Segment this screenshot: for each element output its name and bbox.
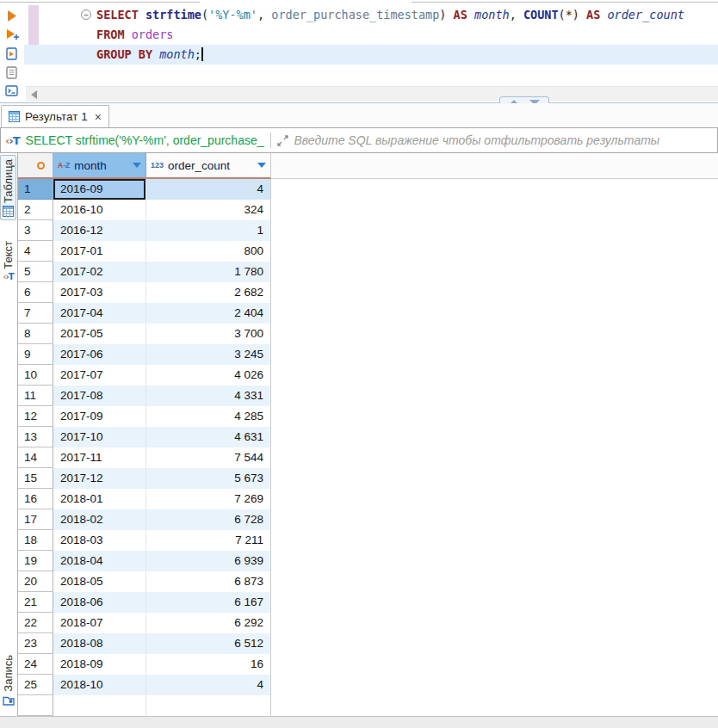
cell-month[interactable]: 2017-12 <box>53 468 146 489</box>
cell-order-count[interactable]: 2 682 <box>146 282 271 303</box>
cell-order-count[interactable]: 1 <box>146 220 271 241</box>
table-row[interactable]: 72017-042 404 <box>17 303 718 324</box>
row-number[interactable]: 4 <box>17 241 53 262</box>
table-row[interactable]: 172018-026 728 <box>17 509 718 530</box>
table-row[interactable]: 192018-046 939 <box>17 551 718 571</box>
table-row[interactable]: 42017-01800 <box>17 241 718 262</box>
filter-placeholder[interactable]: Введите SQL выражение чтобы отфильтроват… <box>294 133 660 147</box>
table-row[interactable]: 252018-104 <box>17 675 718 695</box>
cell-month[interactable]: 2017-09 <box>53 406 146 427</box>
tab-close-icon[interactable]: × <box>95 110 102 124</box>
row-number[interactable]: 23 <box>17 633 53 654</box>
table-row[interactable]: 12016-094 <box>17 179 718 200</box>
cell-month[interactable]: 2018-08 <box>53 633 146 654</box>
table-row[interactable]: 102017-074 026 <box>17 365 718 386</box>
cell-month[interactable]: 2018-09 <box>53 654 146 675</box>
column-filter-dropdown-icon[interactable] <box>257 163 266 168</box>
cell-order-count[interactable]: 6 512 <box>146 633 271 654</box>
row-number[interactable]: 10 <box>17 365 53 386</box>
cell-month[interactable]: 2018-03 <box>53 530 146 551</box>
row-number[interactable]: 22 <box>17 613 53 633</box>
row-number[interactable]: 7 <box>17 303 53 324</box>
cell-month[interactable]: 2017-02 <box>53 262 146 282</box>
editor-hscrollbar[interactable] <box>26 86 718 102</box>
table-row[interactable]: 92017-063 245 <box>17 344 718 365</box>
cell-order-count[interactable]: 7 211 <box>146 530 271 551</box>
cell-month[interactable]: 2018-05 <box>53 571 146 592</box>
cell-month[interactable]: 2018-10 <box>53 675 146 695</box>
cell-order-count[interactable]: 3 245 <box>146 344 271 365</box>
column-filter-dropdown-icon[interactable] <box>133 163 141 168</box>
fold-collapse-icon[interactable]: – <box>81 9 91 20</box>
row-number[interactable]: 15 <box>17 468 53 489</box>
row-number[interactable]: 19 <box>17 551 53 571</box>
row-number[interactable]: 20 <box>17 571 53 592</box>
tab-text-view[interactable]: Текст ‹›T <box>0 241 16 281</box>
sql-code[interactable]: –SELECT strftime('%Y-%m', order_purchase… <box>24 5 718 65</box>
cell-month[interactable]: 2018-07 <box>53 613 146 633</box>
cell-month[interactable]: 2016-12 <box>53 220 146 241</box>
cell-order-count[interactable]: 6 167 <box>146 592 271 613</box>
cell-month[interactable]: 2017-04 <box>53 303 146 324</box>
table-row[interactable]: 52017-021 780 <box>17 262 718 282</box>
cell-month[interactable]: 2018-02 <box>53 509 146 530</box>
cell-month[interactable]: 2017-07 <box>53 365 146 386</box>
row-number[interactable]: 14 <box>17 447 53 468</box>
expand-filter-icon[interactable] <box>277 135 288 146</box>
row-number[interactable]: 13 <box>17 427 53 447</box>
row-number[interactable]: 8 <box>17 324 53 344</box>
cell-order-count[interactable]: 6 873 <box>146 571 271 592</box>
sql-console-icon[interactable] <box>4 83 19 98</box>
row-number[interactable]: 1 <box>17 179 53 200</box>
row-number[interactable]: 16 <box>17 489 53 509</box>
results-filter-bar[interactable]: ‹›T SELECT strftime('%Y-%m', order_purch… <box>0 127 718 153</box>
table-row[interactable]: 32016-121 <box>17 220 718 241</box>
cell-month[interactable]: 2017-01 <box>53 241 146 262</box>
cell-order-count[interactable]: 4 285 <box>146 406 271 427</box>
cell-order-count[interactable]: 16 <box>146 654 271 675</box>
table-row[interactable]: 162018-017 269 <box>17 489 718 509</box>
table-row[interactable]: 142017-117 544 <box>17 447 718 468</box>
row-number[interactable]: 6 <box>17 282 53 303</box>
cell-order-count[interactable]: 4 631 <box>146 427 271 447</box>
table-row[interactable]: 212018-066 167 <box>17 592 718 613</box>
tab-result-1[interactable]: Результат 1 × <box>1 105 109 127</box>
cell-month[interactable]: 2017-11 <box>53 447 146 468</box>
table-row[interactable]: 132017-104 631 <box>17 427 718 447</box>
row-number[interactable]: 3 <box>17 220 53 241</box>
table-row[interactable]: 112017-084 331 <box>17 386 718 406</box>
cell-order-count[interactable]: 4 331 <box>146 386 271 406</box>
table-row[interactable]: 232018-086 512 <box>17 633 718 654</box>
cell-order-count[interactable]: 2 404 <box>146 303 271 324</box>
row-number[interactable]: 12 <box>17 406 53 427</box>
table-row[interactable]: 202018-056 873 <box>17 571 718 592</box>
cell-order-count[interactable]: 6 728 <box>146 509 271 530</box>
cell-order-count[interactable]: 324 <box>146 200 271 220</box>
cell-order-count[interactable]: 4 026 <box>146 365 271 386</box>
column-header-month[interactable]: A-Z month <box>53 153 146 179</box>
cell-order-count[interactable]: 5 673 <box>146 468 271 489</box>
table-row[interactable]: 22016-10324 <box>17 200 718 220</box>
row-number[interactable]: 18 <box>17 530 53 551</box>
cell-month[interactable]: 2018-04 <box>53 551 146 571</box>
column-header-order-count[interactable]: 123 order_count <box>146 153 271 179</box>
cell-month[interactable]: 2017-05 <box>53 324 146 344</box>
table-row[interactable]: 122017-094 285 <box>17 406 718 427</box>
code-line[interactable]: –SELECT strftime('%Y-%m', order_purchase… <box>24 5 718 25</box>
execute-statement-icon[interactable] <box>4 9 19 23</box>
row-number[interactable]: 24 <box>17 654 53 675</box>
cell-order-count[interactable]: 6 939 <box>146 551 271 571</box>
cell-order-count[interactable]: 6 292 <box>146 613 271 633</box>
cell-month[interactable]: 2016-09 <box>53 179 146 200</box>
row-number[interactable]: 21 <box>17 592 53 613</box>
row-number[interactable]: 11 <box>17 386 53 406</box>
cell-order-count[interactable]: 1 780 <box>146 262 271 282</box>
code-line[interactable]: GROUP BY month; <box>24 45 718 65</box>
row-number[interactable]: 5 <box>17 262 53 282</box>
cell-order-count[interactable]: 800 <box>146 241 271 262</box>
table-row[interactable]: 242018-0916 <box>17 654 718 675</box>
cell-month[interactable]: 2017-03 <box>53 282 146 303</box>
execute-new-tab-icon[interactable] <box>4 28 19 42</box>
cell-order-count[interactable]: 4 <box>146 179 271 200</box>
cell-month[interactable]: 2017-08 <box>53 386 146 406</box>
